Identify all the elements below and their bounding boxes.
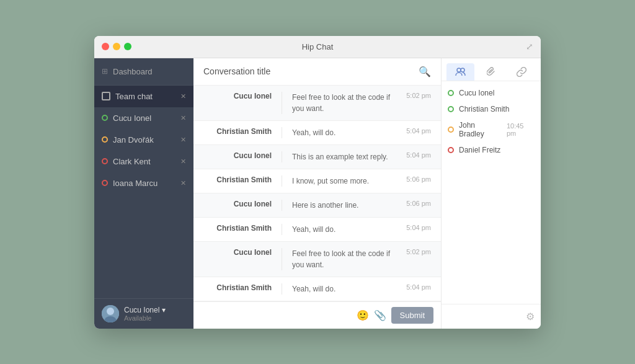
message-sender: Cucu Ionel — [203, 151, 272, 162]
member-name: John Bradley — [459, 121, 502, 138]
member-item: John Bradley 10:45 pm — [448, 121, 535, 138]
expand-icon[interactable]: ⤢ — [526, 42, 533, 51]
current-user-status: Available — [124, 314, 166, 322]
team-icon — [102, 92, 110, 100]
sidebar-jan-dvorak-label: Jan Dvořák — [113, 135, 154, 144]
sidebar-clark-kent-label: Clark Kent — [113, 157, 151, 166]
center-panel: Conversation title 🔍 Cucu Ionel Feel fre… — [193, 58, 442, 329]
window-title: Hip Chat — [302, 42, 334, 51]
conversation-header: Conversation title 🔍 — [193, 58, 441, 86]
sidebar-item-team-chat[interactable]: Team chat ✕ — [94, 86, 193, 107]
message-divider — [282, 92, 282, 114]
minimize-button[interactable] — [113, 43, 120, 50]
tab-members[interactable] — [446, 63, 474, 81]
sidebar: ⊞ Dashboard Team chat ✕ Cucu Ionel ✕ Jan… — [94, 58, 193, 329]
app-window: Hip Chat ⤢ ⊞ Dashboard Team chat ✕ Cucu … — [94, 36, 541, 329]
message-time: 5:04 pm — [406, 151, 431, 162]
message-time: 5:02 pm — [406, 248, 431, 270]
message-row: Christian Smith Yeah, will do. 5:04 pm — [193, 277, 441, 301]
message-row: Cucu Ionel Feel free to look at the code… — [193, 86, 441, 121]
right-footer: ⚙ — [442, 304, 541, 329]
message-time: 5:04 pm — [406, 127, 431, 138]
sidebar-item-jan-dvorak[interactable]: Jan Dvořák ✕ — [94, 129, 193, 151]
message-time: 5:04 pm — [406, 283, 431, 295]
member-status-dot — [448, 90, 454, 96]
sidebar-ioana-marcu-label: Ioana Marcu — [113, 179, 158, 188]
message-sender: Cucu Ionel — [203, 248, 272, 270]
close-clark-icon[interactable]: ✕ — [180, 158, 186, 166]
message-row: Cucu Ionel Feel free to look at the code… — [193, 242, 441, 277]
member-name: Cucu Ionel — [459, 89, 494, 97]
traffic-lights — [102, 43, 131, 50]
message-sender: Christian Smith — [203, 224, 272, 235]
submit-button[interactable]: Submit — [391, 307, 433, 324]
status-dot-red-ioana — [102, 180, 108, 186]
main-layout: ⊞ Dashboard Team chat ✕ Cucu Ionel ✕ Jan… — [94, 58, 541, 329]
close-cucu-icon[interactable]: ✕ — [180, 114, 186, 122]
message-row: Christian Smith Yeah, will do. 5:04 pm — [193, 218, 441, 242]
sidebar-item-clark-kent[interactable]: Clark Kent ✕ — [94, 151, 193, 172]
conversation-title: Conversation title — [203, 66, 270, 76]
svg-point-1 — [107, 308, 114, 315]
messages-area[interactable]: Cucu Ionel Feel free to look at the code… — [193, 86, 441, 301]
message-sender: Christian Smith — [203, 127, 272, 138]
member-status-dot — [448, 106, 454, 112]
avatar — [102, 305, 119, 322]
chat-input[interactable] — [201, 311, 352, 320]
close-ioana-icon[interactable]: ✕ — [180, 179, 186, 187]
message-text: This is an example text reply. — [292, 151, 399, 162]
close-team-chat-icon[interactable]: ✕ — [180, 92, 186, 100]
svg-point-4 — [461, 68, 464, 72]
maximize-button[interactable] — [124, 43, 131, 50]
attachment-icon[interactable]: 📎 — [374, 309, 386, 321]
title-bar: Hip Chat ⤢ — [94, 36, 541, 58]
right-panel-tabs — [442, 58, 541, 81]
gear-icon[interactable]: ⚙ — [526, 311, 535, 322]
tab-attachments[interactable] — [477, 63, 505, 81]
message-time: 5:06 pm — [406, 175, 431, 187]
current-user-name: Cucu Ionel ▾ — [124, 306, 166, 314]
emoji-icon[interactable]: 🙂 — [357, 309, 369, 321]
member-name: Daniel Freitz — [459, 146, 500, 154]
member-status-dot — [448, 127, 454, 133]
message-text: Feel free to look at the code if you wan… — [292, 92, 399, 114]
message-divider — [282, 175, 282, 187]
message-divider — [282, 283, 282, 295]
message-text: Yeah, will do. — [292, 224, 399, 235]
message-row: Christian Smith I know, put some more. 5… — [193, 169, 441, 193]
member-name: Christian Smith — [459, 105, 509, 113]
user-info: Cucu Ionel ▾ Available — [124, 306, 166, 322]
message-text: Feel free to look at the code if you wan… — [292, 248, 399, 270]
message-text: Yeah, will do. — [292, 127, 399, 138]
message-sender: Christian Smith — [203, 283, 272, 295]
status-dot-yellow — [102, 136, 108, 143]
messages-wrapper: Cucu Ionel Feel free to look at the code… — [193, 86, 441, 301]
message-row: Christian Smith Yeah, will do. 5:04 pm — [193, 121, 441, 145]
status-dot-red-clark — [102, 158, 108, 164]
message-divider — [282, 224, 282, 235]
member-status-dot — [448, 147, 454, 153]
search-icon[interactable]: 🔍 — [419, 66, 431, 78]
message-text: Yeah, will do. — [292, 283, 399, 295]
sidebar-item-dashboard[interactable]: ⊞ Dashboard — [94, 58, 193, 86]
message-divider — [282, 127, 282, 138]
close-jan-icon[interactable]: ✕ — [180, 136, 186, 144]
message-row: Cucu Ionel This is an example text reply… — [193, 145, 441, 169]
message-time: 5:02 pm — [406, 92, 431, 114]
svg-point-3 — [457, 68, 461, 72]
dashboard-label: Dashboard — [113, 67, 153, 76]
message-time: 5:06 pm — [406, 200, 431, 211]
member-time: 10:45 pm — [507, 122, 535, 137]
sidebar-item-ioana-marcu[interactable]: Ioana Marcu ✕ — [94, 172, 193, 194]
current-user-section[interactable]: Cucu Ionel ▾ Available — [94, 298, 193, 329]
input-area: 🙂 📎 Submit — [193, 301, 441, 329]
sidebar-item-cucu-ionel[interactable]: Cucu Ionel ✕ — [94, 107, 193, 129]
message-time: 5:04 pm — [406, 224, 431, 235]
member-item: Cucu Ionel — [448, 89, 535, 97]
close-button[interactable] — [102, 43, 109, 50]
tab-links[interactable] — [508, 63, 536, 81]
message-sender: Cucu Ionel — [203, 92, 272, 114]
grid-icon: ⊞ — [102, 67, 108, 76]
status-dot-green — [102, 115, 108, 121]
right-panel: Cucu Ionel Christian Smith John Bradley … — [442, 58, 541, 329]
